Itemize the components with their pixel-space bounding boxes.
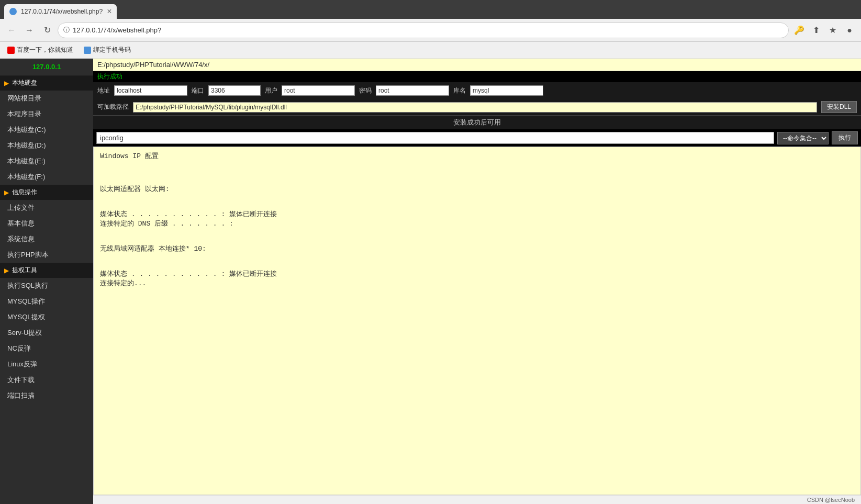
sidebar-section-privilege-label: 提权工具 [12,266,37,275]
key-icon-button[interactable]: 🔑 [792,23,807,38]
install-dll-button[interactable]: 安装DLL [821,101,857,113]
command-input[interactable] [96,132,774,144]
output-line: 以太网适配器 以太网: [100,184,854,194]
sidebar-item-disk-c[interactable]: 本地磁盘(C:) [0,122,93,138]
db-name-input[interactable] [470,85,543,96]
bookmark-button[interactable]: ★ [825,23,840,38]
udf-row: 可加载路径 安装DLL [93,99,861,115]
output-line [100,253,854,261]
section-arrow-icon: ▶ [4,80,9,87]
sidebar-item-sys-info[interactable]: 系统信息 [0,231,93,247]
sidebar-item-disk-f[interactable]: 本地磁盘(F:) [0,169,93,185]
bookmark-phone[interactable]: 绑定手机号码 [82,44,133,55]
phone-icon [84,47,91,54]
sidebar-item-website-root[interactable]: 网站根目录 [0,91,93,106]
sidebar-section-local-disk[interactable]: ▶ 本地硬盘 [0,75,93,91]
section-title: 安装成功后可用 [93,115,861,129]
output-line: 媒体状态 . . . . . . . . . . . : 媒体已断开连接 [100,209,854,219]
output-line: 无线局域网适配器 本地连接* 10: [100,244,854,253]
active-tab[interactable]: 127.0.0.1/74/x/webshell.php? × [4,4,117,19]
sidebar-ip: 127.0.0.1 [0,59,93,75]
tab-favicon [9,8,17,15]
status-text: 执行成功 [97,73,122,80]
sidebar-item-program-dir[interactable]: 本程序目录 [0,106,93,122]
tab-title: 127.0.0.1/74/x/webshell.php? [21,8,103,15]
sidebar-item-linux-rebound[interactable]: Linux反弹 [0,356,93,372]
output-line: Windows IP 配置 [100,151,854,161]
udf-path-input[interactable] [133,102,817,113]
pass-label: 密码 [359,86,372,95]
output-line [100,169,854,176]
sidebar-item-file-download[interactable]: 文件下载 [0,372,93,388]
sidebar-item-servu[interactable]: Serv-U提权 [0,325,93,341]
sidebar-item-exec-sql[interactable]: 执行SQL执行 [0,278,93,294]
output-line [100,228,854,236]
sidebar-item-exec-php[interactable]: 执行PHP脚本 [0,247,93,263]
address-input[interactable] [73,26,783,34]
output-line [100,176,854,184]
refresh-button[interactable]: ↻ [40,23,54,38]
status-bar: 执行成功 [93,71,861,82]
address-input[interactable] [114,85,187,96]
db-name-label: 库名 [453,86,466,95]
command-dropdown[interactable]: --命令集合-- [777,132,829,144]
pass-input[interactable] [376,85,449,96]
output-line [100,201,854,209]
bookmark-baidu[interactable]: 百度一下，你就知道 [5,44,75,55]
output-line: 连接特定的 DNS 后缀 . . . . . . . : [100,219,854,228]
output-line [100,261,854,269]
back-button[interactable]: ← [4,23,19,38]
sidebar-item-basic-info[interactable]: 基本信息 [0,216,93,231]
account-button[interactable]: ● [842,23,857,38]
user-label: 用户 [265,86,277,95]
output-area[interactable]: Windows IP 配置 以太网适配器 以太网: 媒体状态 . . . . .… [93,147,861,495]
footer-credit: CSDN @lsecNoob [93,495,861,504]
port-label: 端口 [192,86,204,95]
bookmark-phone-label: 绑定手机号码 [93,46,131,54]
db-connection-row: 地址 端口 用户 密码 库名 [93,82,861,99]
sidebar-item-disk-d[interactable]: 本地磁盘(D:) [0,138,93,153]
tab-close-button[interactable]: × [107,7,111,16]
forward-button[interactable]: → [22,23,37,38]
sidebar-item-nc-rebound[interactable]: NC反弹 [0,341,93,356]
port-input[interactable] [208,85,261,96]
tab-bar: 127.0.0.1/74/x/webshell.php? × [0,0,861,19]
sidebar-section-info-ops-label: 信息操作 [12,188,37,197]
path-bar: E:/phpstudy/PHPTutorial/WWW/74/x/ [93,59,861,71]
user-input[interactable] [282,85,355,96]
sidebar-section-info-ops[interactable]: ▶ 信息操作 [0,185,93,200]
output-line: 连接特定的... [100,278,854,288]
sidebar-item-mysql-privilege[interactable]: MYSQL提权 [0,309,93,325]
content-area: E:/phpstudy/PHPTutorial/WWW/74/x/ 执行成功 地… [93,59,861,504]
sidebar-item-disk-e[interactable]: 本地磁盘(E:) [0,153,93,169]
share-button[interactable]: ⬆ [809,23,823,38]
udf-label: 可加载路径 [97,103,129,111]
sidebar-section-local-disk-label: 本地硬盘 [12,79,37,87]
output-line [100,161,854,169]
command-row: --命令集合-- 执行 [93,129,861,147]
section-arrow-icon-3: ▶ [4,267,9,274]
bookmarks-bar: 百度一下，你就知道 绑定手机号码 [0,42,861,59]
output-line [100,236,854,244]
main-content: 127.0.0.1 ▶ 本地硬盘 网站根目录 本程序目录 本地磁盘(C:) 本地… [0,59,861,504]
sidebar: 127.0.0.1 ▶ 本地硬盘 网站根目录 本程序目录 本地磁盘(C:) 本地… [0,59,93,504]
baidu-icon [7,47,15,54]
browser-chrome: 127.0.0.1/74/x/webshell.php? × ← → ↻ ⓘ 🔑… [0,0,861,59]
section-arrow-icon-2: ▶ [4,189,9,196]
sidebar-section-privilege[interactable]: ▶ 提权工具 [0,263,93,278]
sidebar-item-port-scan[interactable]: 端口扫描 [0,388,93,404]
browser-toolbar: ← → ↻ ⓘ 🔑 ⬆ ★ ● [0,19,861,42]
lock-icon: ⓘ [63,26,70,35]
exec-button[interactable]: 执行 [832,131,858,144]
output-line: 媒体状态 . . . . . . . . . . . : 媒体已断开连接 [100,269,854,278]
toolbar-actions: 🔑 ⬆ ★ ● [792,23,857,38]
address-bar[interactable]: ⓘ [58,23,789,38]
bookmark-baidu-label: 百度一下，你就知道 [17,46,73,54]
sidebar-item-mysql-ops[interactable]: MYSQL操作 [0,294,93,309]
sidebar-item-upload[interactable]: 上传文件 [0,200,93,216]
address-label: 地址 [97,86,110,95]
output-line [100,194,854,201]
